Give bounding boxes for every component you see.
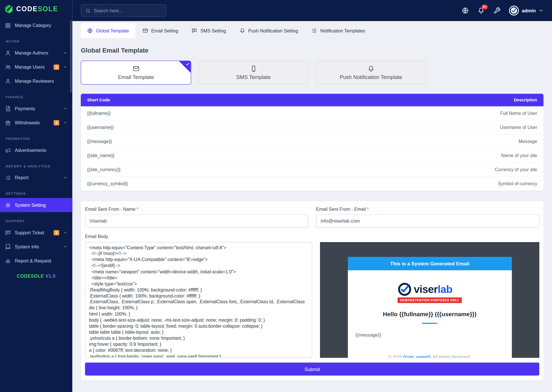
sidebar-item-report-request[interactable]: Report & Request [0,254,72,268]
email-preview: This is a System Generated Email viserla… [348,257,511,358]
bell-icon [367,65,375,72]
viserlab-logo: viserlab DEMONSTRATION PURPOSES ONLY [398,282,462,303]
sidebar-item-label: Manage Category [15,23,68,28]
sidebar-item-system-info[interactable]: System Info [0,240,72,254]
table-row: {{fullname}} Full Name of User [81,107,544,121]
sender-email-field: Email Sent From - Email * [316,206,539,228]
chevron-down-icon [63,107,68,111]
sender-name-input[interactable] [85,215,308,227]
version-number: V1.0 [45,273,55,279]
submit-button[interactable]: Submit [85,362,539,375]
count-badge: 1 [53,64,59,69]
sidebar-item-system-setting[interactable]: System Setting [0,198,72,212]
email-preview-body: viserlab DEMONSTRATION PURPOSES ONLY Hel… [348,270,511,358]
sender-name-field: Email Sent From - Name * [85,206,308,228]
author-user-icon [5,50,11,56]
brand-logo[interactable]: CODESOLE [0,0,72,18]
shortcode-value: {{site_name}} [87,153,114,158]
email-body-code-editor[interactable]: <meta http-equiv="Content-Type" content=… [85,242,312,358]
template-card-label: Email Template [118,74,154,80]
tab-email-setting[interactable]: Email Setting [136,23,185,38]
chat-icon [192,28,198,34]
sidebar-section-settings: SETTINGS [0,185,72,198]
brand-name-sole: SOLE [38,5,58,13]
tab-label: Global Template [96,28,129,33]
bell-icon [239,28,245,34]
sender-email-label: Email Sent From - Email * [316,206,539,212]
sidebar-item-support-ticket[interactable]: Support Ticket 1 [0,225,72,240]
email-preview-panel[interactable]: This is a System Generated Email viserla… [320,242,539,358]
sidebar-section-promotion: PROMOTION [0,130,72,143]
sidebar-item-label: Manage Users [15,64,50,69]
sidebar-nav: Manage Category ACTOR Manage Authors Man… [0,18,72,268]
shortcode-description: Username of User [500,125,537,130]
sidebar: CODESOLE Manage Category ACTOR Manage Au… [0,0,72,392]
tab-label: Email Setting [151,28,178,33]
sidebar-item-manage-users[interactable]: Manage Users 1 [0,60,72,74]
shortcode-description: Symbol of currency [498,181,537,186]
report-list-icon [5,175,11,181]
users-icon [5,64,11,70]
email-template-form: Email Sent From - Name * Email Sent From… [81,201,544,381]
tab-notification-templates[interactable]: Notification Templates [305,23,371,38]
chevron-down-icon [538,8,543,13]
preview-divider [422,323,437,324]
topbar-actions: 9+ admin [461,6,544,16]
sidebar-item-advertisements[interactable]: Advertisements [0,143,72,157]
table-row: {{site_currency}} Currency of your site [81,163,544,177]
search-box[interactable] [81,4,166,17]
tab-label: Notification Templates [320,28,365,33]
sidebar-item-manage-reviewers[interactable]: Manage Reviewers [0,74,72,88]
tab-sms-setting[interactable]: SMS Setting [185,23,232,38]
push-notification-template-card[interactable]: Push Notification Template [316,61,426,84]
sidebar-item-report[interactable]: Report [0,171,72,185]
email-body-editor-row: <meta http-equiv="Content-Type" content=… [85,242,539,358]
required-asterisk: * [137,206,139,212]
sms-template-card[interactable]: SMS Template [198,61,308,84]
sidebar-item-payments[interactable]: Payments [0,101,72,115]
search-input[interactable] [94,8,162,13]
chevron-down-icon [63,230,68,235]
email-template-card[interactable]: Email Template [81,61,191,84]
chevron-down-icon [63,121,68,125]
globe-icon [462,7,469,14]
sidebar-section-finance: FINANCE [0,88,72,102]
footer-rights-text: . All Rights Reserved. [430,354,471,358]
brand-name-code: CODE [16,5,38,13]
sidebar-item-label: Manage Authors [15,50,60,55]
table-row: {{currency_symbol}} Symbol of currency [81,177,544,191]
user-menu[interactable]: admin [509,6,544,16]
sidebar-item-withdrawals[interactable]: Withdrawals 1 [0,115,72,130]
sidebar-scrollbar[interactable] [70,20,72,93]
chevron-down-icon [63,65,68,69]
sidebar-item-label: Advertisements [15,147,68,152]
system-tools-button[interactable] [493,7,501,14]
footer-site-link[interactable]: {{site_name}} [403,354,430,358]
language-globe-button[interactable] [461,7,469,14]
envelope-icon [142,28,148,34]
avatar-check-logo-icon [509,6,519,15]
label-text: Email Sent From - Email [316,206,366,212]
chevron-down-icon [63,175,68,180]
tab-push-notification-setting[interactable]: Push Notification Setting [233,23,304,38]
sidebar-item-manage-category[interactable]: Manage Category [0,18,72,32]
notification-count-badge: 9+ [482,4,488,9]
sidebar-item-label: Payments [15,106,60,111]
column-description: Description [514,98,537,103]
notifications-button[interactable]: 9+ [477,7,485,14]
globe-icon [87,28,93,34]
sidebar-item-manage-authors[interactable]: Manage Authors [0,46,72,60]
sender-email-input[interactable] [316,215,539,227]
tab-label: Push Notification Setting [248,28,298,33]
brand-name: CODESOLE [16,5,58,13]
label-text: Email Sent From - Name [85,206,135,212]
chevron-down-icon [63,51,68,55]
tab-global-template[interactable]: Global Template [81,23,135,38]
shortcode-description: Message [519,139,537,144]
shortcode-table: Short Code Description {{fullname}} Full… [81,94,544,190]
shortcode-table-header: Short Code Description [81,94,544,106]
shortcode-description: Currency of your site [495,167,537,172]
table-row: {{site_name}} Name of your site [81,149,544,163]
sidebar-item-label: Report [15,175,60,180]
ticket-chat-icon [5,229,11,235]
